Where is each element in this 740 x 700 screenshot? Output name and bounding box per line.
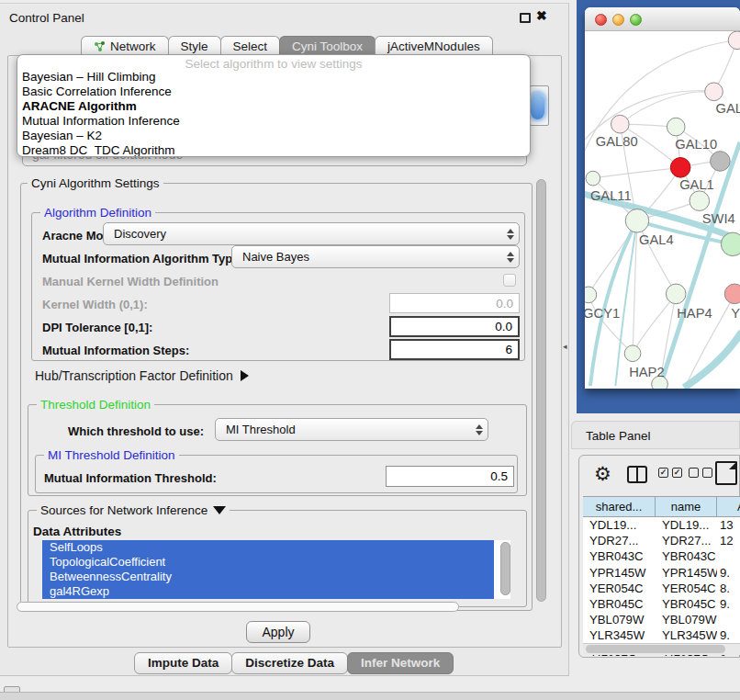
checked-checkbox-icon[interactable]: ✓ — [658, 468, 668, 478]
node-hap4[interactable] — [666, 284, 686, 304]
which-threshold-label: Which threshold to use: — [68, 424, 204, 438]
dropdown-item[interactable]: Mutual Information Inference — [17, 114, 530, 129]
tab-label: Network — [110, 40, 156, 53]
node-gal11[interactable] — [586, 171, 600, 186]
manual-kernel-checkbox[interactable] — [503, 274, 516, 287]
table-row[interactable]: YBL079WYBL079W — [583, 612, 740, 627]
mi-steps-field[interactable]: 6 — [389, 339, 520, 360]
unchecked-checkbox-icon[interactable] — [689, 468, 699, 478]
tab-discretize-data[interactable]: Discretize Data — [231, 652, 348, 674]
sources-group-title[interactable]: Sources for Network Inference — [37, 503, 230, 517]
hub-definition-expander[interactable]: Hub/Transcription Factor Definition — [35, 368, 249, 383]
table-row[interactable]: YDR27...YDR27...12 — [583, 533, 740, 548]
minimize-traffic-light-icon[interactable] — [612, 14, 624, 26]
mi-threshold-field[interactable]: 0.5 — [386, 466, 514, 487]
column-header-name[interactable]: name — [656, 497, 717, 516]
dpi-tolerance-field[interactable]: 0.0 — [389, 316, 520, 337]
table-row[interactable]: YBR043CYBR043C — [583, 548, 740, 564]
cell: YDR27... — [583, 533, 656, 548]
dropdown-item[interactable]: Basic Correlation Inference — [17, 85, 530, 99]
cell: YPR145W — [583, 565, 656, 581]
cell: YBR043C — [656, 548, 717, 564]
attribute-item-selected[interactable]: BetweennessCentrality — [42, 570, 494, 584]
cell: YBL079W — [656, 612, 717, 627]
dropdown-item-aracne[interactable]: ARACNE Algorithm — [17, 99, 530, 114]
threshold-definition-title: Threshold Definition — [37, 398, 154, 412]
apply-button[interactable]: Apply — [246, 621, 310, 643]
table-horizontal-scrollbar[interactable] — [583, 643, 740, 655]
node-gal1[interactable] — [690, 191, 710, 211]
algorithm-definition-title: Algorithm Definition — [40, 206, 155, 220]
attribute-item-selected[interactable]: SelfLoops — [42, 540, 494, 555]
settings-vertical-scrollbar[interactable] — [535, 175, 549, 611]
table-row[interactable]: YPR145WYPR145W9. — [583, 565, 740, 581]
cell: 8. — [717, 581, 740, 596]
table-row[interactable]: YLR345WYLR345W9. — [583, 627, 740, 643]
dropdown-item[interactable]: Bayesian – K2 — [17, 129, 530, 143]
cell: 9. — [717, 596, 740, 612]
algorithm-combobox-spinner[interactable] — [531, 93, 544, 119]
tab-label: Select — [233, 40, 268, 53]
cell: YER054C — [656, 581, 717, 596]
cell: YBL079W — [583, 612, 656, 627]
kernel-width-value: 0.0 — [496, 297, 519, 310]
node-hap2[interactable] — [624, 345, 641, 362]
node[interactable] — [728, 31, 740, 50]
mi-type-label: Mutual Information Algorithm Type: — [42, 252, 243, 265]
control-panel-window: Control Panel ✖ Network Style Select Cyn… — [0, 3, 569, 676]
unchecked-checkbox-icon[interactable] — [702, 468, 712, 478]
attribute-item-selected[interactable]: TopologicalCoefficient — [42, 555, 494, 570]
column-header-shared[interactable]: shared... — [583, 497, 656, 516]
table-row[interactable]: YDL19...YDL19...13 — [583, 517, 740, 533]
attributes-scrollbar[interactable] — [500, 542, 510, 595]
table-row[interactable]: YER054CYER054C8. — [583, 581, 740, 596]
node-swi4[interactable] — [721, 232, 740, 256]
which-threshold-combobox[interactable]: MI Threshold — [215, 418, 488, 441]
column-header-partial[interactable]: A — [717, 497, 740, 516]
combo-arrows-icon — [502, 252, 519, 263]
tab-label: Cyni Toolbox — [292, 40, 363, 53]
kernel-width-field[interactable]: 0.0 — [389, 293, 520, 313]
node-gal-partial[interactable] — [705, 83, 723, 101]
node-gal80[interactable] — [611, 115, 629, 133]
attribute-item-selected[interactable]: gal4RGexp — [42, 584, 494, 599]
cell: 13 — [717, 517, 740, 533]
dropdown-item[interactable]: Bayesian – Hill Climbing — [17, 70, 530, 85]
dpi-tolerance-value: 0.0 — [495, 320, 518, 333]
node-gray[interactable] — [711, 152, 731, 172]
node-gcy1[interactable] — [585, 287, 597, 303]
checked-checkbox-icon[interactable]: ✓ — [672, 468, 682, 478]
cell: YPR145W — [656, 565, 717, 581]
panel-resize-handle[interactable]: ◂ — [563, 342, 567, 351]
node-label: GCY1 — [585, 306, 620, 321]
close-icon[interactable]: ✖ — [536, 8, 547, 23]
which-threshold-value: MI Threshold — [216, 423, 471, 436]
settings-group-title: Cyni Algorithm Settings — [28, 176, 163, 190]
node-gal10[interactable] — [667, 118, 685, 136]
cell: YER054C — [583, 581, 656, 596]
node-red-selected[interactable] — [670, 158, 690, 178]
cell: 9. — [717, 565, 740, 581]
new-table-icon[interactable] — [715, 461, 737, 485]
zoom-traffic-light-icon[interactable] — [630, 14, 642, 26]
close-traffic-light-icon[interactable] — [595, 14, 607, 26]
network-window-titlebar[interactable] — [585, 7, 740, 31]
mi-type-combobox[interactable]: Naive Bayes — [231, 245, 520, 268]
gear-icon[interactable]: ⚙ — [594, 463, 611, 485]
float-window-icon[interactable] — [520, 13, 531, 23]
node-label: Y — [731, 306, 740, 321]
columns-icon[interactable] — [627, 466, 647, 483]
cell — [717, 612, 740, 627]
node-gal4[interactable] — [625, 209, 649, 233]
settings-horizontal-scrollbar[interactable] — [15, 601, 533, 614]
dropdown-item[interactable]: Dream8 DC_TDC Algorithm — [17, 143, 530, 157]
tab-impute-data[interactable]: Impute Data — [134, 652, 232, 674]
node-y-partial[interactable] — [724, 284, 740, 304]
node-label: HAP2 — [629, 365, 664, 379]
table-row[interactable]: YBR045CYBR045C9. — [583, 596, 740, 612]
data-attributes-label: Data Attributes — [33, 525, 121, 538]
aracne-mode-combobox[interactable]: Discovery — [103, 222, 520, 245]
combo-arrows-icon — [502, 229, 519, 240]
network-canvas[interactable]: GAL GAL80 GAL10 GAL1 GAL11 SWI4 GAL4 GCY… — [585, 31, 740, 389]
tab-infer-network[interactable]: Infer Network — [347, 652, 454, 674]
